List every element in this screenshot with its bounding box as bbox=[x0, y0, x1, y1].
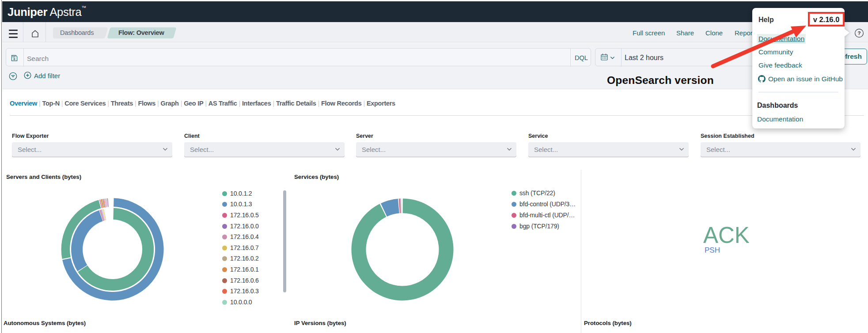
svg-text:?: ? bbox=[857, 30, 860, 36]
